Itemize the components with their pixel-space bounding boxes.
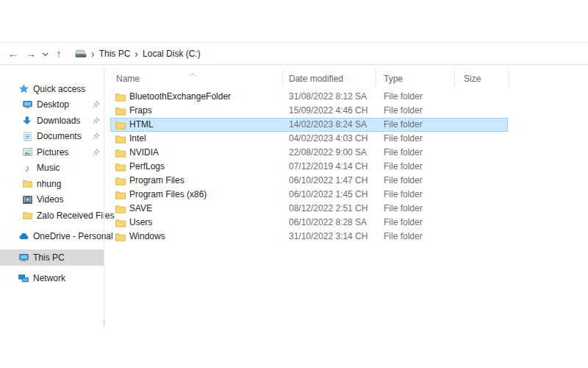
column-header-size[interactable]: Size (455, 70, 509, 87)
file-row-fraps[interactable]: Fraps 15/09/2022 4:46 CH File folder (110, 104, 508, 118)
file-size (455, 216, 508, 230)
folder-icon (115, 163, 126, 171)
file-row-bluetoothexchangefolder[interactable]: BluetoothExchangeFolder 31/08/2022 8:12 … (110, 90, 508, 104)
sidebar-item-label: Documents (37, 131, 82, 141)
file-date-modified: 06/10/2022 1:45 CH (283, 188, 376, 202)
file-name: PerfLogs (129, 160, 165, 174)
file-date-modified: 07/12/2019 4:14 CH (283, 160, 376, 174)
breadcrumb-this-pc[interactable]: This PC (99, 49, 131, 59)
forward-button[interactable]: → (22, 49, 40, 59)
sidebar-item-desktop[interactable]: Desktop (0, 97, 104, 113)
column-header-name[interactable]: Name (110, 70, 283, 87)
sidebar-item-label: This PC (33, 252, 65, 263)
sidebar-item-network[interactable]: Network (0, 271, 104, 287)
up-arrow-icon: ↑ (57, 48, 62, 60)
sidebar-item-this-pc[interactable]: This PC (0, 250, 104, 266)
file-row-html-selected[interactable]: HTML 14/02/2023 8:24 SA File folder (110, 118, 508, 132)
file-date-modified: 08/12/2022 2:51 CH (283, 202, 376, 216)
file-date-modified: 04/02/2023 4:03 CH (283, 132, 376, 146)
file-type: File folder (376, 104, 455, 118)
sidebar-item-label: Videos (37, 194, 63, 205)
address-bar[interactable]: › This PC › Local Disk (C:) (74, 49, 201, 59)
file-name: Windows (129, 230, 165, 244)
file-size (455, 132, 508, 146)
file-date-modified: 14/02/2023 8:24 SA (283, 118, 376, 132)
file-type: File folder (376, 118, 455, 132)
music-note-icon: ♪ (21, 163, 33, 173)
file-size (455, 202, 508, 216)
folder-icon (21, 211, 33, 219)
column-header-type[interactable]: Type (376, 70, 455, 87)
sidebar-section-gap (0, 244, 104, 250)
file-explorer-window: ← → ↑ › This PC › Local Disk (C:) (0, 0, 588, 368)
file-row-windows[interactable]: Windows 31/10/2022 3:14 CH File folder (110, 230, 508, 244)
file-type: File folder (376, 202, 455, 216)
sidebar-item-zalo-received-files[interactable]: Zalo Received Files (0, 208, 104, 224)
sidebar-item-label: nhung (37, 179, 61, 189)
back-button[interactable]: ← (4, 49, 22, 59)
pin-icon[interactable] (93, 101, 100, 108)
file-size (455, 118, 508, 132)
pin-icon[interactable] (93, 117, 100, 124)
folder-icon (115, 93, 126, 102)
sidebar-item-label: OneDrive - Personal (33, 231, 113, 241)
sidebar-item-label: Quick access (33, 84, 85, 94)
file-date-modified: 31/08/2022 8:12 SA (283, 90, 376, 104)
breadcrumb-local-disk[interactable]: Local Disk (C:) (143, 49, 201, 59)
sidebar-item-videos[interactable]: Videos (0, 192, 104, 208)
quick-access-star-icon (18, 84, 29, 93)
file-name: Fraps (129, 104, 152, 118)
navigation-pane: Quick access Desktop Downloads Documents (0, 81, 104, 286)
sidebar-section-gap (0, 224, 104, 229)
sidebar-item-nhung[interactable]: nhung (0, 176, 104, 192)
file-row-intel[interactable]: Intel 04/02/2023 4:03 CH File folder (110, 132, 508, 146)
scrollbar-thumb[interactable] (104, 319, 104, 326)
sidebar-item-downloads[interactable]: Downloads (0, 113, 104, 129)
sidebar-item-quick-access[interactable]: Quick access (0, 81, 104, 97)
pane-divider[interactable] (104, 68, 104, 326)
pin-icon[interactable] (93, 132, 100, 140)
file-type: File folder (376, 160, 455, 174)
file-date-modified: 06/10/2022 1:47 CH (283, 174, 376, 188)
folder-icon (115, 205, 126, 213)
sidebar-item-pictures[interactable]: Pictures (0, 144, 104, 160)
document-icon (21, 132, 33, 141)
file-date-modified: 06/10/2022 8:28 SA (283, 216, 376, 230)
file-date-modified: 22/08/2022 9:00 SA (283, 146, 376, 160)
file-size (455, 188, 508, 202)
local-disk-icon (75, 49, 87, 58)
folder-icon (115, 191, 126, 199)
file-row-save[interactable]: SAVE 08/12/2022 2:51 CH File folder (110, 202, 508, 216)
folder-icon (115, 233, 126, 241)
file-name: Program Files (129, 174, 184, 188)
folder-icon (115, 149, 126, 158)
column-header-row: Name Date modified Type Size (110, 70, 509, 87)
file-size (455, 174, 508, 188)
sidebar-item-label: Pictures (37, 147, 68, 158)
file-row-program-files[interactable]: Program Files 06/10/2022 1:47 CH File fo… (110, 174, 508, 188)
navigation-toolbar: ← → ↑ › This PC › Local Disk (C:) (0, 42, 588, 65)
sidebar-item-label: Desktop (37, 99, 69, 110)
file-type: File folder (376, 146, 455, 160)
picture-icon (21, 148, 33, 156)
breadcrumb-chevron-icon: › (135, 49, 138, 59)
file-size (455, 146, 508, 160)
sidebar-item-documents[interactable]: Documents (0, 129, 104, 145)
file-type: File folder (376, 90, 455, 104)
pin-icon[interactable] (93, 149, 100, 156)
sidebar-item-label: Downloads (37, 116, 80, 126)
up-button[interactable]: ↑ (50, 49, 68, 59)
file-name: HTML (129, 118, 154, 132)
file-type: File folder (376, 174, 455, 188)
file-row-nvidia[interactable]: NVIDIA 22/08/2022 9:00 SA File folder (110, 146, 508, 160)
sidebar-item-music[interactable]: ♪ Music (0, 160, 104, 177)
file-row-perflogs[interactable]: PerfLogs 07/12/2019 4:14 CH File folder (110, 160, 508, 174)
column-header-date-modified[interactable]: Date modified (283, 70, 376, 87)
sidebar-section-gap (0, 266, 104, 271)
file-row-program-files-x86[interactable]: Program Files (x86) 06/10/2022 1:45 CH F… (110, 188, 508, 202)
sidebar-item-onedrive[interactable]: OneDrive - Personal (0, 229, 104, 245)
cloud-icon (18, 233, 29, 240)
desktop-icon (21, 100, 33, 109)
recent-locations-button[interactable] (40, 49, 50, 59)
file-row-users[interactable]: Users 06/10/2022 8:28 SA File folder (110, 216, 508, 230)
